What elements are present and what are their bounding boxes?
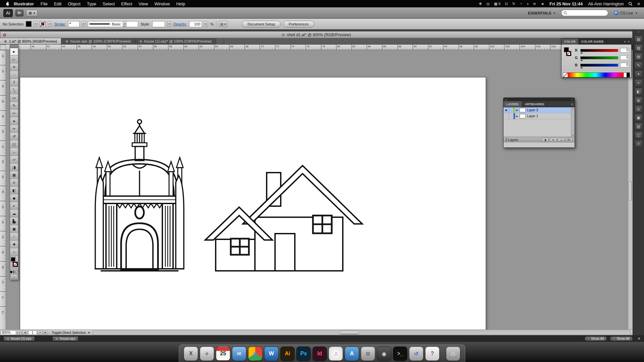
brush-dropdown-arrow[interactable]: [123, 21, 126, 27]
show-all-button[interactable]: ↑ Show All: [584, 336, 607, 341]
selection-tool[interactable]: ►: [10, 48, 18, 56]
type-tool[interactable]: T: [10, 79, 18, 86]
white-swatch[interactable]: [624, 73, 627, 77]
channel-slider[interactable]: [580, 64, 618, 67]
channel-value-input[interactable]: 0: [620, 63, 629, 67]
menubar-item[interactable]: File: [41, 1, 48, 6]
tab-close-icon[interactable]: ⊗: [139, 40, 142, 43]
menubar-item[interactable]: Effect: [121, 1, 132, 6]
spectrum-ramp[interactable]: [568, 73, 624, 77]
blob-brush-tool[interactable]: ●: [10, 117, 18, 125]
slider-marker-icon[interactable]: [580, 59, 583, 61]
menubar-item[interactable]: Edit: [54, 1, 61, 6]
panel-stroke-icon[interactable]: ≡: [635, 79, 643, 86]
canvas[interactable]: [6, 50, 628, 329]
stroke-dropdown[interactable]: [48, 21, 52, 27]
panel-stroke-swatch[interactable]: [566, 51, 571, 56]
layers-scrollbar[interactable]: ▲▼: [571, 107, 575, 137]
stroke-color-swatch[interactable]: [40, 21, 46, 27]
artboard-tool[interactable]: ▣: [10, 225, 18, 233]
paintbrush-tool[interactable]: ✎: [10, 102, 18, 110]
opacity-dropdown[interactable]: [204, 21, 208, 27]
fill-dropdown[interactable]: [34, 21, 38, 27]
panel-layers-icon[interactable]: ▥: [635, 123, 643, 130]
dock-appstore[interactable]: A: [345, 347, 359, 361]
rotate-tool[interactable]: ↺: [10, 133, 18, 140]
panel-color-guide-icon[interactable]: ▨: [635, 44, 643, 52]
line-segment-tool[interactable]: ╲: [10, 86, 18, 94]
gradient-mode-button[interactable]: [13, 271, 15, 273]
menubar-status-icon[interactable]: ◑: [526, 2, 529, 6]
dock-trash[interactable]: ♺: [446, 347, 460, 361]
artboard-dropdown[interactable]: ▾: [38, 330, 42, 335]
panel-swatches-icon[interactable]: ▤: [635, 53, 643, 60]
panel-appearance-icon[interactable]: ◎: [635, 105, 643, 113]
lock-toggle[interactable]: [509, 107, 514, 113]
slider-marker-icon[interactable]: [580, 52, 583, 54]
dock-timemachine[interactable]: ↺: [409, 347, 423, 361]
previous-artboard-button[interactable]: ◀: [22, 330, 27, 335]
panel-transparency-icon[interactable]: ◍: [635, 97, 643, 104]
horizontal-scrollbar-thumb[interactable]: [339, 331, 359, 335]
dock-photoshop[interactable]: Ps: [297, 347, 311, 361]
dock-terminal[interactable]: >_: [393, 347, 407, 361]
status-hint[interactable]: Toggle Direct Selection: [52, 331, 86, 335]
panel-graphic-styles-icon[interactable]: ▣: [635, 114, 643, 121]
tools-palette-grip[interactable]: [10, 45, 18, 48]
panel-symbols-icon[interactable]: ✶: [635, 70, 643, 78]
eyedropper-tool[interactable]: ◆: [10, 194, 18, 202]
gradient-tool[interactable]: ◧: [10, 187, 18, 194]
none-swatch[interactable]: [563, 73, 568, 77]
visibility-toggle[interactable]: [503, 113, 509, 119]
panel-color-icon[interactable]: ▧: [635, 36, 643, 43]
workspace-switcher[interactable]: ESSENTIALS: [525, 11, 558, 15]
artboard-number-input[interactable]: 1: [28, 330, 37, 335]
perspective-grid-tool[interactable]: ▦: [10, 171, 18, 179]
none-mode-button[interactable]: [16, 271, 18, 273]
scale-tool[interactable]: ◱: [10, 140, 18, 148]
visibility-toggle[interactable]: ◉: [503, 107, 509, 113]
color-panel-tab[interactable]: COLOR: [561, 39, 579, 45]
cs-live-button[interactable]: CS Live: [611, 11, 641, 15]
horizontal-scrollbar[interactable]: [93, 330, 631, 335]
layers-panel-grip[interactable]: ● »: [503, 98, 575, 101]
menubar-status-icon[interactable]: ◎: [486, 2, 490, 6]
tab-close-icon[interactable]: ⊗: [4, 40, 7, 43]
menubar-item[interactable]: View: [139, 1, 148, 6]
panel-links-icon[interactable]: #: [635, 140, 643, 147]
opacity-input[interactable]: 100: [189, 21, 202, 27]
vertical-scrollbar[interactable]: [628, 50, 633, 329]
channel-slider[interactable]: [580, 56, 618, 59]
direct-selection-tool[interactable]: ▷: [10, 56, 18, 63]
bridge-button[interactable]: Br: [15, 10, 23, 16]
panel-artboards-icon[interactable]: ◫: [635, 131, 643, 139]
column-graph-tool[interactable]: ▙: [10, 218, 18, 225]
dock-illustrator[interactable]: Ai: [280, 347, 294, 361]
search-input[interactable]: [569, 11, 604, 15]
rectangle-tool[interactable]: ▭: [10, 94, 18, 102]
new-sublayer-button[interactable]: ⊕: [550, 138, 556, 142]
menubar-status-icon[interactable]: ◄: [540, 2, 544, 6]
dock-chrome[interactable]: ◉: [248, 347, 262, 361]
panel-gradient-icon[interactable]: ◧: [635, 88, 643, 95]
strip-close-icon[interactable]: ✕: [638, 337, 641, 341]
minimized-document[interactable]: ▤ house.eps: [52, 336, 79, 341]
fill-swatch[interactable]: [11, 257, 15, 262]
zoom-tool[interactable]: ○: [10, 248, 18, 256]
minimized-document[interactable]: ▤ house (1).eps: [3, 336, 35, 341]
spotlight-icon[interactable]: [628, 2, 633, 6]
show-all-button[interactable]: ↑ Show All: [610, 336, 633, 341]
menubar-item[interactable]: Window: [154, 1, 170, 6]
channel-slider[interactable]: [580, 49, 618, 52]
color-mode-button[interactable]: [10, 271, 12, 273]
dock-itunes[interactable]: ♫: [329, 347, 343, 361]
scissors-tool[interactable]: ✂: [10, 125, 18, 133]
slider-marker-icon[interactable]: [580, 67, 583, 68]
menubar-status-icon[interactable]: ↻: [513, 2, 516, 6]
color-panel-tab[interactable]: COLOR GUIDE: [579, 39, 607, 45]
channel-value-input[interactable]: 0: [620, 48, 629, 53]
opacity-panel-link[interactable]: Opacity:: [173, 22, 187, 26]
horizontal-ruler[interactable]: 4042444648505254565860626466687072747678…: [6, 45, 628, 50]
document-tab[interactable]: ⊗ house (1).eps* @ 100% (CMYK/Preview): [135, 38, 216, 44]
menubar-status-icon[interactable]: ◔: [520, 2, 522, 6]
